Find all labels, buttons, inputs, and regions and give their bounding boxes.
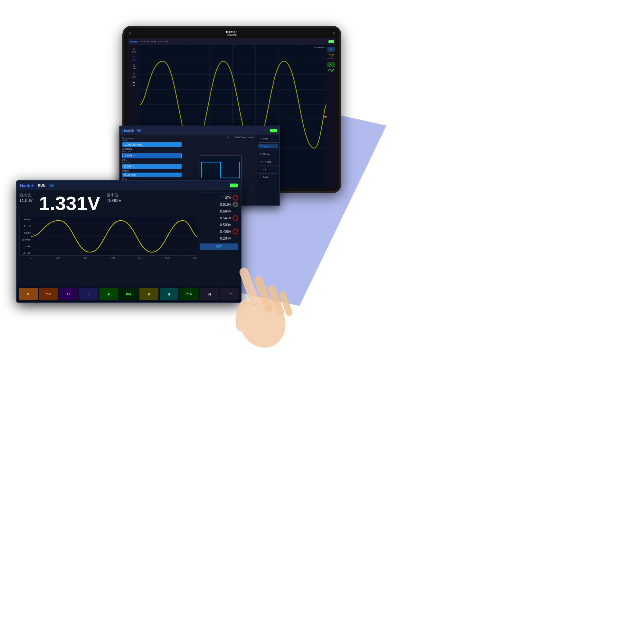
afg-param-frequency: Frequency Period 1.000000 KHz (122, 137, 182, 147)
osc-measurement-label: 260.869mV (314, 46, 325, 49)
readings-separator (200, 193, 238, 193)
dmm-badge: B (49, 184, 54, 187)
dmm-header: Hantek RUN B (17, 181, 241, 190)
wave-divider3 (258, 158, 278, 158)
dmm-main-display: 1.331V (39, 193, 100, 214)
afg-param-amplitude: Amplitude High Level 6.000 V (122, 148, 182, 158)
dmm-stats-area: 最大值 11.06V 1.331V 最小值 -10.99V (19, 193, 197, 214)
afg-phase-value[interactable]: 0.00 deg (122, 173, 182, 177)
wave-divider5 (258, 173, 278, 174)
sidebar-item-hr[interactable]: ▶ H/R (133, 81, 136, 86)
wave-option-dc[interactable]: — DC (258, 167, 278, 172)
afg-square-wave-svg (200, 156, 241, 184)
dmm-reading-2: 0.694V (200, 208, 238, 214)
afg-header: Hantek B (120, 126, 279, 135)
trigger-indicator: ◀ (324, 115, 327, 118)
dmm-chart-svg (31, 217, 197, 255)
hand-gesture (193, 225, 322, 354)
dmm-reading-3: 0.547V (200, 215, 238, 221)
dmm-btn-v[interactable]: V (19, 288, 38, 300)
dmm-min-stat: 最小值 -10.99V (107, 193, 121, 214)
wave-divider2 (258, 150, 278, 150)
osc-header: Hantek TD 1GSa/s 4k pts ∿∿ 0.00s (128, 38, 336, 45)
afg-badge: B (137, 129, 141, 132)
sidebar-item-dmm[interactable]: ⊡ DMM (132, 64, 136, 70)
hand-svg (193, 225, 322, 354)
dmm-btn-a[interactable]: A (99, 288, 118, 300)
screw-tr (333, 32, 335, 34)
dmm-max-stat: 最大值 11.06V (19, 193, 33, 214)
dmm-btn-ohm[interactable]: Ω (59, 288, 78, 300)
dmm-btn-mv[interactable]: mV (39, 288, 58, 300)
osc-sidebar-right: 1C 2C (327, 45, 336, 187)
waveform-indicator: ∿∿ (157, 40, 162, 43)
dmm-spacer-2 (232, 208, 238, 214)
ch1-wave-icon (328, 53, 334, 57)
dmm-btn-sound[interactable]: ♪ (79, 288, 98, 300)
osc-brand-label: Hantek (129, 40, 138, 43)
dmm-left-panel: 最大值 11.06V 1.331V 最小值 -10.99V 16.6V 11.1… (19, 193, 197, 283)
ch1-button[interactable]: 1C (327, 47, 335, 52)
separator (327, 59, 335, 61)
tablet-brand: Hantek TO1254D (226, 30, 238, 36)
sidebar-item-osc[interactable]: ∿ OSC (132, 55, 136, 61)
dmm-btn-ma[interactable]: mA (119, 288, 138, 300)
ch2-wave-icon (328, 68, 334, 73)
sidebar-item-afg[interactable]: ◎ AFG (132, 72, 136, 78)
wave-option-sine[interactable]: ∿ Sine (258, 137, 278, 141)
wave-option-arb1[interactable]: ∿ Arb1 (258, 175, 278, 179)
afg-battery (270, 129, 277, 132)
dmm-indicator-1 (232, 202, 238, 207)
afg-param-phase: Phase 0.00 deg (122, 170, 182, 177)
afg-param-offset: Offset Low Level 0.000 V (122, 159, 182, 169)
wave-option-ramp[interactable]: ⋀ Ramp (258, 152, 278, 156)
dmm-indicator-0 (232, 195, 238, 201)
afg-offset-value[interactable]: 0.000 V (122, 164, 182, 169)
afg-amplitude-value[interactable]: 6.000 V (122, 153, 182, 158)
dmm-reading-0: 1.107V (200, 195, 238, 201)
afg-brand-label: Hantek (122, 128, 134, 132)
afg-measurement-area: ∿ | 260.869mV Next (227, 136, 254, 139)
sidebar-item-home[interactable]: ⌂ HOME (132, 47, 137, 53)
wave-divider (258, 142, 278, 143)
dmm-btn-a-ac[interactable]: A (160, 288, 179, 300)
dmm-chart-area: 16.6V 11.1V 5.55V 35.0mV -5.48V -11.0V (19, 217, 197, 256)
screw-tl (129, 32, 131, 34)
dmm-battery (230, 184, 238, 187)
dmm-btn-v-ac[interactable]: V (139, 288, 158, 300)
afg-frequency-value[interactable]: 1.000000 KHz (122, 142, 182, 147)
dmm-indicator-3 (232, 215, 238, 221)
dmm-chart-x-labels: 0 160 320 480 640 800 960 (19, 256, 197, 259)
afg-wave-selector: ∿ Sine ⊓ Square ⋀ Ramp ∿∿ Noise — DC (257, 135, 279, 205)
dmm-status-label: RUN (38, 184, 45, 187)
dmm-brand-label: Hantek (20, 183, 34, 188)
ch2-button[interactable]: 2C (327, 62, 335, 67)
dmm-reading-1: 0.918V (200, 202, 238, 207)
wave-option-noise[interactable]: ∿∿ Noise (258, 160, 278, 164)
battery-indicator (328, 40, 334, 43)
wave-option-square[interactable]: ⊓ Square (258, 144, 278, 148)
dmm-chart-y-labels: 16.6V 11.1V 5.55V 35.0mV -5.48V -11.0V (20, 217, 31, 255)
